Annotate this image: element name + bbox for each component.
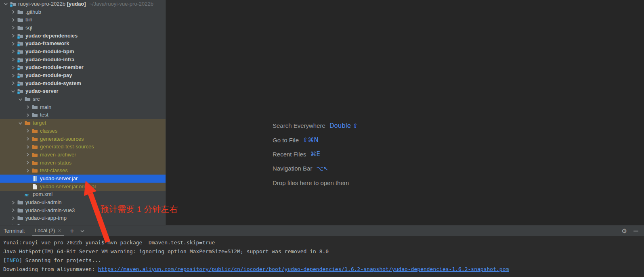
chevron-down-icon[interactable] xyxy=(80,228,85,234)
tree-row[interactable]: src xyxy=(0,95,166,103)
chevron-right-icon[interactable] xyxy=(24,160,31,166)
hint-action-label: Drop files here to open them xyxy=(273,179,349,186)
tree-row[interactable]: yudao-module-system xyxy=(0,79,166,87)
chevron-right-icon[interactable] xyxy=(24,112,31,118)
tree-row[interactable]: .github xyxy=(0,8,166,16)
tree-item-label: ruoyi-vue-pro-2022b xyxy=(18,1,65,7)
tree-row[interactable]: sql xyxy=(0,24,166,32)
tree-item-label: maven-archiver xyxy=(40,152,76,158)
module-folder-icon xyxy=(17,64,23,71)
hint-shortcut: Double ⇧ xyxy=(329,122,358,129)
terminal-line: [INFO] Scanning for projects... xyxy=(3,256,644,265)
excluded-folder-icon xyxy=(31,128,38,134)
minimize-icon[interactable] xyxy=(634,231,638,231)
tree-row[interactable]: yudao-module-infra xyxy=(0,56,166,64)
chevron-right-icon[interactable] xyxy=(10,17,17,23)
module-folder-icon xyxy=(17,88,23,94)
excluded-folder-icon xyxy=(31,152,38,158)
tree-row[interactable]: ruoyi-vue-pro-2022b [yudao]~/Java/ruoyi-… xyxy=(0,0,166,8)
tree-item-label: pom.xml xyxy=(33,191,52,198)
tree-item-label: test xyxy=(40,112,48,118)
terminal-tab-local[interactable]: Local (2) × xyxy=(32,225,64,236)
shortcut-hint-row: Search EverywhereDouble ⇧ xyxy=(273,119,358,133)
tree-item-label: src xyxy=(33,96,40,102)
jar-file-icon xyxy=(31,175,38,182)
tree-item-label: main xyxy=(40,104,51,110)
excluded-folder-icon xyxy=(31,160,38,166)
chevron-spacer xyxy=(24,175,31,182)
tree-row[interactable]: main xyxy=(0,103,166,111)
chevron-down-icon[interactable] xyxy=(17,96,24,102)
tree-row[interactable]: yudao-server.jar.original xyxy=(0,183,166,191)
excluded-folder-icon xyxy=(31,144,38,150)
gear-icon[interactable]: ⚙ xyxy=(622,227,627,235)
chevron-right-icon[interactable] xyxy=(10,48,17,55)
tree-item-label: .github xyxy=(25,9,41,15)
chevron-right-icon[interactable] xyxy=(24,152,31,158)
chevron-down-icon[interactable] xyxy=(10,88,17,94)
tree-row[interactable] xyxy=(0,222,166,225)
chevron-right-icon[interactable] xyxy=(10,25,17,31)
chevron-right-icon[interactable] xyxy=(24,136,31,142)
folder-icon xyxy=(31,104,38,110)
chevron-right-icon[interactable] xyxy=(10,9,17,15)
ide-window: { "colors": { "panel_bg": "#3c3f41", "ed… xyxy=(0,0,644,277)
terminal-line: Downloading from aliyunmaven: https://ma… xyxy=(3,265,644,274)
chevron-right-icon[interactable] xyxy=(24,167,31,174)
new-terminal-tab-button[interactable]: + xyxy=(70,227,74,235)
tree-row[interactable]: yudao-server.jar xyxy=(0,175,166,183)
chevron-right-icon[interactable] xyxy=(24,128,31,134)
tree-row[interactable]: yudao-ui-app-tmp xyxy=(0,215,166,223)
chevron-right-icon[interactable] xyxy=(10,33,17,39)
tree-row[interactable]: test xyxy=(0,111,166,119)
chevron-right-icon[interactable] xyxy=(10,199,17,206)
chevron-right-icon[interactable] xyxy=(10,40,17,47)
tree-row[interactable]: yudao-module-member xyxy=(0,64,166,72)
module-folder-icon xyxy=(17,40,23,47)
terminal-text: Yunai:ruoyi-vue-pro-2022b yunai$ mvn pac… xyxy=(3,240,215,246)
tree-row[interactable]: bin xyxy=(0,16,166,24)
chevron-right-icon[interactable] xyxy=(10,64,17,71)
terminal-line: Java HotSpot(TM) 64-Bit Server VM warnin… xyxy=(3,247,644,256)
chevron-down-icon[interactable] xyxy=(17,120,24,126)
chevron-right-icon[interactable] xyxy=(24,144,31,150)
chevron-right-icon[interactable] xyxy=(10,207,17,214)
tree-row[interactable]: target xyxy=(0,119,166,127)
tree-row[interactable]: test-classes xyxy=(0,167,166,175)
hint-action-label: Go to File xyxy=(273,137,299,144)
tree-row[interactable]: yudao-module-bpm xyxy=(0,48,166,56)
project-name-badge: [yudao] xyxy=(65,1,86,7)
module-folder-icon xyxy=(17,80,23,87)
terminal-text: Java HotSpot(TM) 64-Bit Server VM warnin… xyxy=(3,248,329,254)
tree-row[interactable]: generated-test-sources xyxy=(0,143,166,151)
maven-repo-link[interactable]: https://maven.aliyun.com/repository/publ… xyxy=(98,266,509,272)
shortcut-hint-row: Go to File⇧⌘N xyxy=(273,133,358,147)
hint-action-label: Search Everywhere xyxy=(273,122,325,129)
terminal-console[interactable]: Yunai:ruoyi-vue-pro-2022b yunai$ mvn pac… xyxy=(0,236,644,277)
chevron-right-icon[interactable] xyxy=(10,56,17,63)
tree-row[interactable]: classes xyxy=(0,127,166,135)
excluded-folder-icon xyxy=(31,167,38,174)
tree-item-label: yudao-server.jar.original xyxy=(40,183,96,190)
chevron-right-icon[interactable] xyxy=(10,72,17,79)
tree-item-label: generated-test-sources xyxy=(40,144,94,150)
tree-row[interactable]: mpom.xml xyxy=(0,191,166,199)
tree-row[interactable]: yudao-dependencies xyxy=(0,32,166,40)
hint-shortcut: ⌘E xyxy=(310,150,320,158)
tree-row[interactable]: yudao-server xyxy=(0,87,166,96)
chevron-right-icon[interactable] xyxy=(10,215,17,221)
terminal-header-bar: Terminal: Local (2) × + ⚙ xyxy=(0,225,644,236)
folder-icon xyxy=(17,17,23,23)
tree-row[interactable]: maven-archiver xyxy=(0,151,166,159)
tree-item-label: yudao-framework xyxy=(25,40,69,47)
tree-row[interactable]: maven-status xyxy=(0,159,166,167)
terminal-title: Terminal: xyxy=(4,228,25,234)
tree-row[interactable]: generated-sources xyxy=(0,135,166,143)
project-tree: ruoyi-vue-pro-2022b [yudao]~/Java/ruoyi-… xyxy=(0,0,166,225)
chevron-right-icon[interactable] xyxy=(24,104,31,110)
tree-row[interactable]: yudao-framework xyxy=(0,40,166,48)
chevron-down-icon[interactable] xyxy=(2,1,9,7)
close-icon[interactable]: × xyxy=(58,227,61,234)
chevron-right-icon[interactable] xyxy=(10,80,17,87)
tree-row[interactable]: yudao-module-pay xyxy=(0,71,166,79)
